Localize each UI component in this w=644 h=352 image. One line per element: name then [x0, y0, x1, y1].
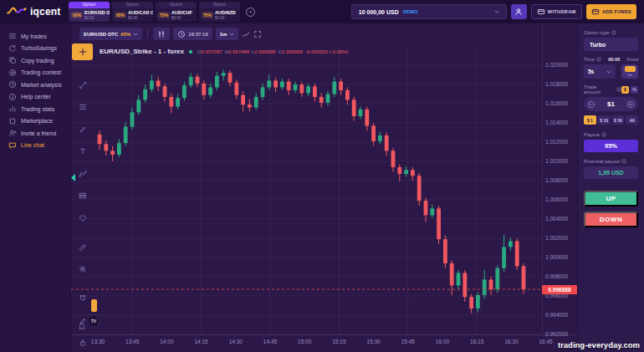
sidebar-item-help-center[interactable]: Help center [0, 91, 70, 104]
sidebar-item-my-trades[interactable]: My trades [0, 30, 70, 43]
trade-panel: Option type Turbo Time 00:05 Fixed 5s On [577, 23, 644, 352]
sidebar-item-label: Copy trading [21, 58, 54, 64]
info-icon [611, 30, 616, 35]
asset-tab-eur-usd-otc[interactable]: Option 95% EUR/USD OTC $0.00 [69, 2, 110, 22]
asset-tab-aud-chf[interactable]: Option 75% AUD/CHF $0.00 [156, 2, 197, 22]
balance-amount: 10 000,00 USD [359, 9, 399, 15]
quick-amount-1[interactable]: $ 1 [584, 115, 596, 125]
sidebar-item-live-chat[interactable]: Live chat [0, 140, 70, 152]
fullscreen-icon[interactable] [253, 30, 262, 38]
ruler-tool-button[interactable] [79, 240, 87, 255]
lock-tool-button[interactable] [79, 335, 87, 350]
percent-mode-button[interactable]: % [631, 86, 638, 94]
long-position-tool-button[interactable] [79, 188, 87, 203]
sidebar-item-trading-stats[interactable]: Trading stats [0, 103, 70, 115]
asset-tab-aud-cad-otc[interactable]: Option 95% AUD/CAD OTC $0.00 [112, 2, 153, 22]
price-tick: 0.994000 [545, 312, 568, 318]
server-clock: 16:37:16 [173, 28, 212, 40]
add-funds-icon [591, 8, 600, 17]
duration-value: 5s [588, 69, 594, 74]
sidebar-item-marketplace[interactable]: Marketplace [0, 115, 70, 128]
tradingview-logo[interactable]: TV [87, 314, 100, 328]
add-funds-label: ADD FUNDS [602, 9, 631, 14]
line-chart-icon[interactable] [242, 30, 250, 38]
price-tick: 1.008000 [545, 177, 568, 183]
symbol-selector[interactable]: EUR/USD OTC 95% [79, 28, 142, 40]
toggle-knob [625, 66, 636, 72]
tab-option-header: Option [199, 2, 240, 8]
toolbar-handle[interactable] [91, 299, 97, 312]
balance-selector[interactable]: 10 000,00 USD DEMO [351, 4, 507, 19]
sidebar-item-label: My trades [21, 33, 47, 39]
chart-toolbar: EUR/USD OTC 95% 16:37:16 1m [79, 28, 262, 40]
sidebar-item-market-analysis[interactable]: Market analysis [0, 79, 70, 91]
text-tool-tool-button[interactable] [79, 144, 87, 159]
contest-icon [8, 69, 17, 77]
quick-amount-10[interactable]: $ 10 [598, 115, 611, 125]
sidebar-item-turbosavings[interactable]: TurboSavings [0, 43, 70, 55]
sidebar-item-copy-trading[interactable]: Copy trading [0, 54, 70, 67]
candlestick-chart[interactable] [71, 23, 577, 352]
duration-select[interactable]: 5s [584, 64, 616, 79]
app-root: iqcent Option 95% EUR/USD OTC $0.00 Opti… [0, 0, 644, 352]
high-value: H0.997488 [225, 49, 249, 54]
crosshair-tool-button[interactable] [72, 43, 93, 60]
asset-tabs: Option 95% EUR/USD OTC $0.00 Option 95% … [69, 0, 243, 23]
sidebar-item-invite-a-friend[interactable]: Invite a friend [0, 127, 70, 140]
potential-payout-label: Potential payout [584, 159, 638, 164]
brush-tool-button[interactable] [79, 122, 87, 137]
xabcd-pattern-tool-button[interactable] [79, 166, 87, 181]
chevron-down-icon [133, 32, 138, 37]
fixed-toggle[interactable]: On [621, 64, 638, 79]
marketplace-icon [8, 117, 17, 125]
trend-line-icon [79, 78, 87, 93]
chevron-down-icon [606, 69, 611, 74]
price-tick: 1.010000 [545, 158, 568, 164]
zoom-in-icon [79, 262, 87, 277]
add-asset-button[interactable]: + [246, 8, 255, 17]
interval-value: 1m [220, 32, 227, 37]
zoom-in-tool-button[interactable] [79, 262, 87, 277]
quick-amount-all[interactable]: All [626, 115, 638, 125]
emoji-heart-tool-button[interactable] [79, 211, 87, 226]
asset-tab-aud-nzd[interactable]: Option 75% AUD/NZD $0.00 [199, 2, 240, 22]
trend-line-tool-button[interactable] [79, 78, 87, 93]
option-type-select[interactable]: Turbo [584, 38, 638, 51]
price-tick: 1.018000 [545, 81, 568, 87]
clock-time: 16:37:16 [188, 32, 207, 37]
quick-amount-50[interactable]: $ 50 [612, 115, 625, 125]
info-icon [596, 57, 601, 62]
withdraw-button[interactable]: WITHDRAW [531, 4, 582, 19]
ghost-tool-button[interactable] [78, 322, 86, 330]
toolbar-divider [147, 29, 148, 38]
interval-selector[interactable]: 1m [216, 28, 239, 40]
sidebar-item-label: Live chat [21, 142, 44, 148]
tab-payout-badge: 75% [202, 12, 213, 18]
fib-levels-tool-button[interactable] [79, 99, 87, 115]
logo-text: iqcent [30, 6, 61, 18]
tab-amount: $0.00 [128, 16, 153, 20]
chart-type-button[interactable] [153, 28, 170, 40]
tab-option-header: Option [112, 2, 153, 8]
dollar-mode-button[interactable]: $ [621, 86, 629, 94]
up-button[interactable]: UP [584, 191, 638, 207]
increase-amount-button[interactable] [626, 100, 635, 109]
time-tick: 13:45 [125, 339, 139, 344]
logo[interactable]: iqcent [0, 4, 69, 19]
add-funds-button[interactable]: ADD FUNDS [586, 4, 636, 19]
time-tick: 15:00 [298, 339, 311, 344]
time-tick: 15:30 [366, 339, 380, 344]
decrease-amount-button[interactable] [587, 100, 595, 109]
time-header: Time 00:05 Fixed [584, 57, 638, 62]
stats-icon [8, 105, 17, 113]
time-tick: 16:15 [470, 339, 483, 344]
profile-button[interactable] [511, 4, 527, 19]
down-button[interactable]: DOWN [584, 212, 638, 227]
tab-payout-badge: 95% [115, 12, 126, 18]
amount-stepper: $1 [584, 97, 638, 111]
sidebar-item-trading-contest[interactable]: Trading contest [0, 67, 70, 79]
close-value: C0.996688 [278, 49, 302, 54]
magnet-tool-button[interactable] [79, 291, 87, 306]
trades-icon [8, 32, 17, 40]
time-label: Time [584, 57, 601, 62]
